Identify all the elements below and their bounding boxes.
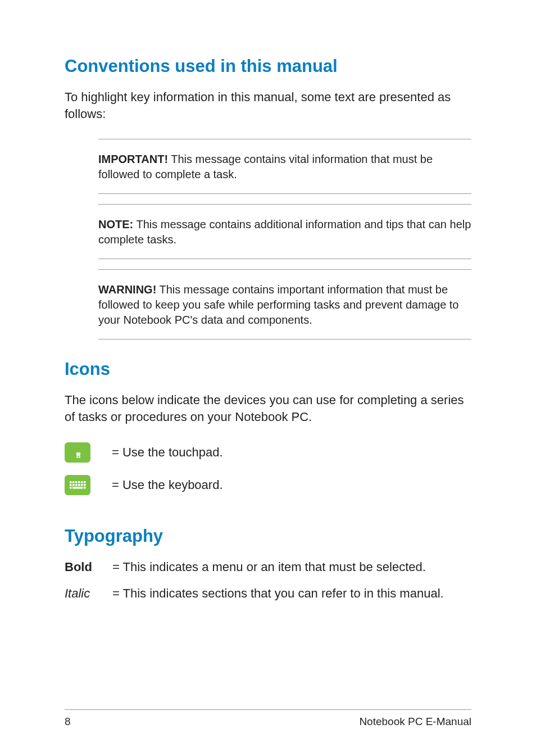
svg-rect-16 bbox=[72, 487, 83, 489]
svg-rect-7 bbox=[81, 481, 83, 483]
svg-rect-14 bbox=[84, 484, 86, 486]
typo-italic-term: Italic bbox=[65, 586, 112, 601]
callout-important-label: IMPORTANT! bbox=[98, 153, 168, 165]
callout-warning-label: WARNING! bbox=[98, 283, 156, 296]
svg-rect-17 bbox=[84, 487, 86, 489]
icon-row-keyboard: = Use the keyboard. bbox=[65, 475, 471, 495]
svg-rect-11 bbox=[75, 484, 78, 486]
svg-rect-9 bbox=[70, 484, 72, 486]
callout-note-label: NOTE: bbox=[98, 218, 133, 230]
svg-rect-2 bbox=[79, 456, 80, 458]
callout-note: NOTE: This message contains additional i… bbox=[98, 204, 471, 259]
keyboard-icon bbox=[65, 475, 90, 495]
icon-keyboard-desc: = Use the keyboard. bbox=[112, 478, 223, 492]
svg-rect-4 bbox=[72, 481, 75, 483]
heading-typography: Typography bbox=[65, 526, 471, 546]
svg-rect-0 bbox=[76, 452, 80, 456]
callout-note-text: This message contains additional informa… bbox=[98, 218, 471, 246]
typo-row-italic: Italic = This indicates sections that yo… bbox=[65, 585, 471, 602]
svg-rect-12 bbox=[78, 484, 80, 486]
heading-icons: Icons bbox=[65, 359, 471, 379]
heading-conventions: Conventions used in this manual bbox=[65, 56, 471, 76]
typo-row-bold: Bold = This indicates a menu or an item … bbox=[65, 559, 471, 576]
typo-bold-def: = This indicates a menu or an item that … bbox=[112, 559, 426, 576]
intro-icons: The icons below indicate the devices you… bbox=[65, 392, 471, 425]
footer-title: Notebook PC E-Manual bbox=[359, 716, 471, 728]
callout-important: IMPORTANT! This message contains vital i… bbox=[98, 139, 471, 194]
intro-conventions: To highlight key information in this man… bbox=[65, 89, 471, 122]
svg-rect-15 bbox=[70, 487, 72, 489]
svg-rect-1 bbox=[76, 456, 78, 458]
callout-warning: WARNING! This message contains important… bbox=[98, 269, 471, 339]
svg-rect-5 bbox=[75, 481, 78, 483]
svg-rect-8 bbox=[84, 481, 86, 483]
page-number: 8 bbox=[65, 716, 71, 728]
svg-rect-3 bbox=[70, 481, 72, 483]
touchpad-icon bbox=[65, 442, 90, 463]
manual-page: Conventions used in this manual To highl… bbox=[0, 0, 536, 602]
svg-rect-6 bbox=[78, 481, 80, 483]
page-footer: 8 Notebook PC E-Manual bbox=[65, 709, 471, 728]
svg-rect-10 bbox=[72, 484, 75, 486]
icon-row-touchpad: = Use the touchpad. bbox=[65, 442, 471, 463]
svg-rect-13 bbox=[81, 484, 83, 486]
icon-touchpad-desc: = Use the touchpad. bbox=[112, 445, 223, 460]
typo-bold-term: Bold bbox=[65, 560, 112, 574]
callout-group: IMPORTANT! This message contains vital i… bbox=[98, 139, 471, 339]
typo-italic-def: = This indicates sections that you can r… bbox=[112, 585, 444, 602]
